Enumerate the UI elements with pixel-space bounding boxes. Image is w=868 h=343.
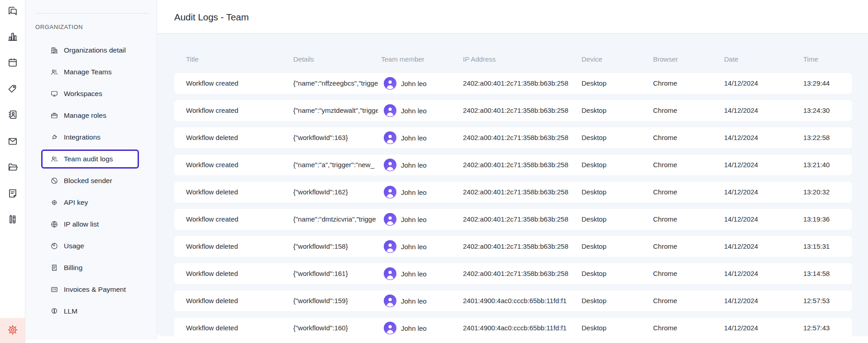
- cell-device: Desktop: [582, 209, 649, 230]
- cell-team-member: John leo: [384, 209, 461, 230]
- calendar-icon[interactable]: [7, 57, 18, 68]
- cell-title: Workflow deleted: [186, 263, 288, 284]
- sidebar-item-billing[interactable]: Billing: [25, 257, 157, 279]
- cell-team-member: John leo: [384, 263, 461, 284]
- cell-device: Desktop: [582, 236, 649, 257]
- cell-details: {"name":"ymztdewalt","trigge: [293, 100, 378, 121]
- table-row: Workflow deleted{"workflowId":158}John l…: [174, 236, 852, 257]
- mail-icon[interactable]: [7, 136, 18, 147]
- avatar: [384, 267, 396, 280]
- cell-details: {"name":"nffzeegbcs","trigger": [293, 73, 378, 94]
- sidebar-item-label: Integrations: [64, 133, 100, 141]
- sidebar-item-llm[interactable]: LLM: [25, 300, 157, 322]
- sidebar-item-invoices-payment[interactable]: Invoices & Payment: [25, 279, 157, 300]
- library-icon[interactable]: [7, 214, 18, 225]
- cell-team-member: John leo: [384, 127, 461, 148]
- cell-time: 13:20:32: [803, 182, 849, 203]
- invoice-icon: [50, 285, 58, 294]
- cell-browser: Chrome: [653, 236, 721, 257]
- sidebar-item-label: Usage: [64, 242, 84, 250]
- team-member-name: John leo: [401, 80, 427, 87]
- cell-title: Workflow deleted: [186, 318, 288, 338]
- sidebar-item-manage-teams[interactable]: Manage Teams: [25, 61, 157, 83]
- pie-icon: [50, 242, 58, 250]
- briefcase-icon: [50, 111, 58, 120]
- cell-device: Desktop: [582, 73, 649, 94]
- contacts-icon[interactable]: [7, 109, 18, 120]
- team-member-name: John leo: [401, 297, 427, 305]
- sidebar-item-manage-roles[interactable]: Manage roles: [25, 105, 157, 126]
- avatar: [384, 131, 396, 144]
- cell-browser: Chrome: [653, 263, 721, 284]
- team-member-name: John leo: [401, 216, 427, 223]
- sidebar-item-label: Invoices & Payment: [64, 285, 126, 294]
- chip-icon: [50, 198, 58, 207]
- cell-date: 14/12/2024: [724, 182, 792, 203]
- cell-ip-address: 2402:a00:401:2c71:358b:b63b:258: [463, 182, 573, 203]
- cell-time: 13:19:36: [803, 209, 849, 230]
- cell-ip-address: 2402:a00:401:2c71:358b:b63b:258: [463, 236, 573, 257]
- cell-ip-address: 2402:a00:401:2c71:358b:b63b:258: [463, 263, 573, 284]
- cell-details: {"workflowId":161}: [293, 263, 378, 284]
- table-row: Workflow deleted{"workflowId":160}John l…: [174, 318, 852, 338]
- sidebar-item-label: Billing: [64, 264, 82, 272]
- cell-date: 14/12/2024: [724, 209, 792, 230]
- sidebar-item-label: Manage Teams: [64, 68, 112, 76]
- avatar: [384, 295, 396, 307]
- sidebar-item-organizations-detail[interactable]: Organizations detail: [25, 39, 157, 61]
- table-row: Workflow deleted{"workflowId":163}John l…: [174, 127, 852, 148]
- cell-details: {"workflowId":162}: [293, 182, 378, 203]
- cell-team-member: John leo: [384, 182, 461, 203]
- sidebar-item-label: Manage roles: [64, 111, 106, 120]
- avatar: [384, 159, 396, 171]
- analytics-icon[interactable]: [7, 31, 18, 42]
- sidebar-item-workspaces[interactable]: Workspaces: [25, 83, 157, 105]
- cell-ip-address: 2401:4900:4ac0:cccb:65bb:11fd:f1: [463, 290, 573, 311]
- team-member-name: John leo: [401, 107, 427, 115]
- tag-icon[interactable]: [7, 84, 18, 95]
- sidebar-item-blocked-sender[interactable]: Blocked sender: [25, 170, 157, 192]
- cell-browser: Chrome: [653, 155, 721, 175]
- cell-date: 14/12/2024: [724, 127, 792, 148]
- cell-details: {"workflowId":163}: [293, 127, 378, 148]
- sidebar-item-team-audit-logs[interactable]: Team audit logs: [41, 150, 139, 169]
- page-header: Audit Logs - Team: [157, 0, 868, 34]
- cell-browser: Chrome: [653, 73, 721, 94]
- sidebar-item-ip-allow-list[interactable]: IP allow list: [25, 213, 157, 235]
- folder-icon[interactable]: [7, 162, 18, 173]
- cell-team-member: John leo: [384, 290, 461, 311]
- cell-team-member: John leo: [384, 236, 461, 257]
- cell-details: {"workflowId":160}: [293, 318, 378, 338]
- settings-gear-button[interactable]: [0, 318, 25, 343]
- cell-details: {"workflowId":159}: [293, 290, 378, 311]
- cell-date: 14/12/2024: [724, 155, 792, 175]
- cell-time: 13:21:40: [803, 155, 849, 175]
- sidebar-item-label: Workspaces: [64, 90, 102, 98]
- avatar: [384, 213, 396, 226]
- cell-date: 14/12/2024: [724, 290, 792, 311]
- table-row: Workflow created{"name":"ymztdewalt","tr…: [174, 100, 852, 121]
- sidebar-item-integrations[interactable]: Integrations: [25, 126, 157, 148]
- avatar: [384, 322, 396, 334]
- cell-ip-address: 2402:a00:401:2c71:358b:b63b:258: [463, 100, 573, 121]
- cell-details: {"name":"dmtzicvria","trigge: [293, 209, 378, 230]
- table-row: Workflow deleted{"workflowId":159}John l…: [174, 290, 852, 311]
- cell-ip-address: 2401:4900:4ac0:cccb:65bb:11fd:f1: [463, 318, 573, 338]
- team-member-name: John leo: [401, 134, 427, 142]
- cell-title: Workflow deleted: [186, 236, 288, 257]
- sidebar-item-usage[interactable]: Usage: [25, 235, 157, 257]
- receipt-icon: [50, 264, 58, 272]
- cell-date: 14/12/2024: [724, 263, 792, 284]
- cell-date: 14/12/2024: [724, 318, 792, 338]
- cell-browser: Chrome: [653, 318, 721, 338]
- notes-icon[interactable]: [7, 188, 18, 199]
- sidebar-item-label: Organizations detail: [64, 46, 126, 54]
- chat-icon[interactable]: [7, 5, 18, 16]
- cell-ip-address: 2402:a00:401:2c71:358b:b63b:258: [463, 155, 573, 175]
- users-icon: [50, 68, 58, 76]
- sidebar-item-api-key[interactable]: API key: [25, 192, 157, 213]
- cell-date: 14/12/2024: [724, 100, 792, 121]
- gear-icon: [7, 324, 19, 338]
- ban-icon: [50, 177, 58, 185]
- cell-ip-address: 2402:a00:401:2c71:358b:b63b:258: [463, 209, 573, 230]
